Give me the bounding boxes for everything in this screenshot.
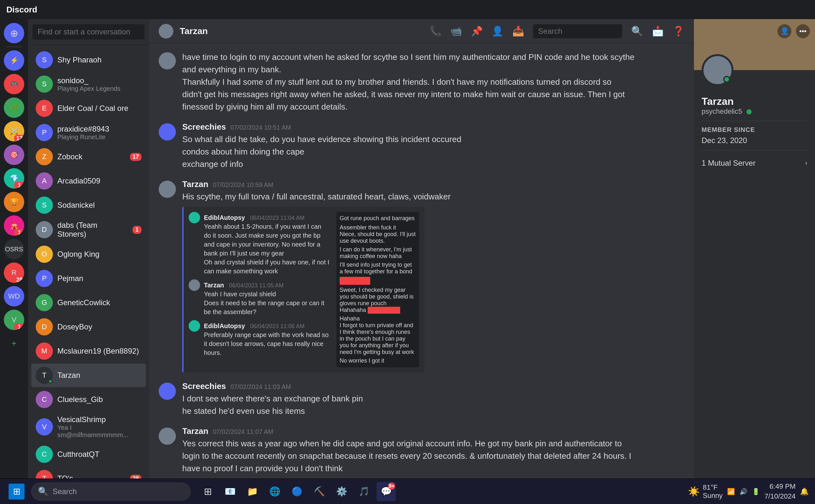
inbox-icon-2[interactable]: 📩	[652, 25, 664, 37]
taskbar-search-text: Search	[53, 487, 77, 496]
avatar: T	[36, 367, 53, 384]
pin-icon[interactable]: 📌	[471, 25, 483, 37]
server-5[interactable]: 🎯	[4, 145, 24, 165]
list-item: Tarzan 06/04/2023 11:05 AM Yeah I have c…	[189, 279, 330, 316]
sidebar-item-cuttthroat-qt[interactable]: CCutthroatQT	[31, 443, 146, 466]
call-icon[interactable]: 📞	[429, 25, 441, 37]
dm-name: Zobock	[57, 152, 126, 161]
sidebar-item-shy-pharaoh[interactable]: SShy Pharaoh	[31, 48, 146, 72]
add-friend-button[interactable]: 👤	[777, 24, 791, 38]
sidebar-item-pejman[interactable]: PPejman	[31, 267, 146, 290]
sidebar-item-genetic-cowlick[interactable]: GGeneticCowlick	[31, 291, 146, 314]
embed-avatar	[189, 212, 200, 223]
search-input[interactable]	[32, 24, 145, 40]
add-friend-icon[interactable]: 👤	[492, 25, 503, 37]
sidebar-item-mcslauren19[interactable]: MMcslauren19 (Ben8892)	[31, 339, 146, 363]
more-options-button[interactable]: •••	[796, 24, 810, 38]
dm-name: praxidice#8943	[57, 125, 141, 133]
profile-divider	[702, 121, 807, 121]
taskbar-clock[interactable]: 6:49 PM 7/10/2024	[764, 482, 796, 501]
profile-avatar	[702, 54, 733, 86]
sidebar-item-sonidoo[interactable]: Ssonidoo_Playing Apex Legends	[31, 72, 146, 96]
server-12[interactable]: V	[4, 310, 24, 330]
sidebar-item-zobock[interactable]: ZZobock17	[31, 145, 146, 169]
server-8[interactable]: 🎪	[4, 215, 24, 236]
windows-icon: ⊞	[9, 484, 25, 500]
message-text: Yes correct this was a year ago when he …	[182, 437, 684, 475]
server-11[interactable]: WD	[4, 286, 24, 306]
right-panel: 👤 ••• Tarzan psychedelic5 Member Since D…	[694, 19, 815, 479]
server-6[interactable]: 💎	[4, 168, 24, 189]
app-container: ⊕ ⚡ 🎮 🌿 ⚔️ 🎯 💎 🏆 🎪 OSRS R WD V + SShy Ph…	[0, 19, 815, 479]
inbox-icon[interactable]: 📥	[512, 25, 524, 37]
server-7[interactable]: 🏆	[4, 192, 24, 212]
embed-text: Preferably range cape with the vork head…	[204, 330, 330, 357]
taskbar-search-icon: 🔍	[38, 486, 48, 496]
message-timestamp: 07/02/2024 10:59 AM	[213, 181, 273, 189]
server-3[interactable]: 🌿	[4, 97, 24, 118]
battery-icon[interactable]: 🔋	[752, 488, 760, 495]
header-search-input[interactable]	[533, 24, 622, 38]
sidebar-item-tarzan[interactable]: TTarzan	[31, 364, 146, 387]
spotify-app[interactable]: 🎵	[354, 482, 373, 501]
dm-name: sonidoo_	[57, 76, 141, 85]
file-explorer-app[interactable]: 📁	[243, 482, 262, 501]
server-9[interactable]: OSRS	[4, 239, 24, 259]
widgets-button[interactable]: ⊞	[198, 482, 217, 501]
messages-container: have time to login to my account when he…	[149, 43, 694, 479]
start-button[interactable]: ⊞	[6, 481, 27, 502]
mutual-server-item[interactable]: 1 Mutual Server ›	[702, 155, 807, 171]
embed-right-text: HahahaI forgot to turn private off and I…	[340, 315, 416, 356]
profile-divider-2	[702, 150, 807, 150]
minecraft-app[interactable]: ⛏️	[310, 482, 329, 501]
notification-icon[interactable]: 🔔	[800, 487, 809, 496]
sidebar-item-sodanickel[interactable]: SSodanickel	[31, 193, 146, 217]
sidebar-item-oglong-king[interactable]: OOglong King	[31, 242, 146, 266]
avatar: C	[36, 446, 53, 463]
clock-time: 6:49 PM	[764, 482, 796, 492]
avatar: S	[36, 51, 53, 68]
sidebar-item-praxidice[interactable]: Ppraxidice#8943Playing RuneLite	[31, 121, 146, 144]
search-icon[interactable]: 🔍	[631, 25, 643, 37]
embed-text: Yeahh about 1.5-2hours, if you want I ca…	[204, 222, 330, 276]
table-row: Screechies 07/02/2024 11:03 AM I dont se…	[159, 380, 684, 419]
video-icon[interactable]: 📹	[450, 25, 462, 37]
discord-app[interactable]: 💬 9+	[377, 482, 396, 501]
avatar: P	[36, 270, 53, 287]
app-name: Discord	[6, 5, 37, 15]
server-home[interactable]: ⊕	[4, 23, 24, 43]
embed-right-text: Sweet, I checked my gear you should be g…	[340, 287, 416, 313]
help-icon[interactable]: ❓	[673, 25, 684, 37]
sidebar-item-arcadia0509[interactable]: AArcadia0509	[31, 169, 146, 193]
server-4[interactable]: ⚔️	[4, 121, 24, 141]
online-status-indicator	[723, 76, 730, 83]
profile-name: Tarzan	[702, 96, 807, 107]
list-item: EdiblAutopsy 06/04/2023 11:06 AM Prefera…	[189, 320, 330, 357]
sidebar-item-elder-coal[interactable]: EElder Coal / Coal ore	[31, 97, 146, 120]
network-icon[interactable]: 📶	[727, 488, 735, 495]
server-13[interactable]: +	[4, 333, 24, 354]
mutual-server-name: 1 Mutual Server	[702, 159, 755, 168]
list-item: EdiblAutopsy 06/04/2023 11:04 AM Yeahh a…	[189, 212, 330, 276]
dm-name: VesicalShrimp	[57, 415, 141, 424]
avatar: V	[36, 418, 53, 436]
server-2[interactable]: 🎮	[4, 74, 24, 94]
sidebar-item-vesical-shrimp[interactable]: VVesicalShrimpYea I sm@milfmammmmmm...	[31, 412, 146, 442]
sidebar-item-tos[interactable]: TTO's28	[31, 467, 146, 479]
mail-app[interactable]: 📧	[220, 482, 240, 501]
dm-list: SShy PharaohSsonidoo_Playing Apex Legend…	[28, 45, 149, 479]
settings-app[interactable]: ⚙️	[332, 482, 351, 501]
message-timestamp: 07/02/2024 11:03 AM	[230, 383, 291, 391]
server-10[interactable]: R	[4, 263, 24, 283]
server-1[interactable]: ⚡	[4, 50, 24, 71]
avatar	[159, 52, 176, 69]
sidebar-item-dabs-team[interactable]: Ddabs (Team Stoners)1	[31, 218, 146, 242]
dm-name: Sodanickel	[57, 201, 141, 210]
volume-icon[interactable]: 🔊	[739, 488, 747, 495]
dm-badge: 28	[130, 475, 141, 479]
browser-app[interactable]: 🌐	[265, 482, 284, 501]
taskbar-search-bar[interactable]: 🔍 Search	[31, 483, 191, 500]
chrome-app[interactable]: 🔵	[287, 482, 307, 501]
sidebar-item-doseyboy[interactable]: DDoseyBoy	[31, 315, 146, 339]
sidebar-item-clueless-gib[interactable]: CClueless_Gib	[31, 388, 146, 411]
